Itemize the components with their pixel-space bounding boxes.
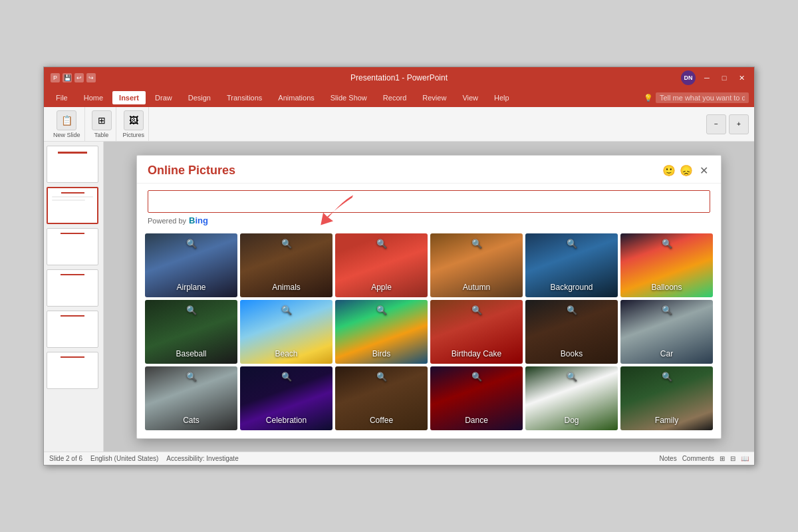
tile-books[interactable]: 🔍 Books <box>525 300 618 364</box>
title-bar-right: DN ─ □ ✕ <box>681 70 747 85</box>
search-icon-dog: 🔍 <box>567 372 577 382</box>
ribbon-search-input[interactable] <box>656 92 749 103</box>
undo-icon[interactable]: ↩ <box>74 73 84 82</box>
slide-thumb-3[interactable] <box>47 228 98 265</box>
tile-label-dog: Dog <box>525 416 618 425</box>
view-slide-sorter-button[interactable]: ⊟ <box>730 455 735 462</box>
pictures-button[interactable]: 🖼 <box>124 110 144 130</box>
search-icon-celebration: 🔍 <box>281 372 292 382</box>
slide-panel: 1 2 <box>44 142 104 452</box>
new-slide-button[interactable]: 📋 <box>57 110 76 130</box>
ribbon-tab-slideshow[interactable]: Slide Show <box>324 91 374 104</box>
slide-thumb-inner-2 <box>49 190 96 221</box>
slide-thumb-1[interactable] <box>47 146 98 183</box>
search-icon-autumn: 🔍 <box>471 239 482 249</box>
ribbon-tab-insert[interactable]: Insert <box>112 91 146 104</box>
save-icon[interactable]: 💾 <box>63 73 72 82</box>
smile-icon[interactable]: 🙂 <box>662 164 676 177</box>
tile-birthday-cake[interactable]: 🔍 Birthday Cake <box>430 300 523 364</box>
status-bar: Slide 2 of 6 English (United States) Acc… <box>44 452 754 465</box>
slide-thumb-inner-5 <box>49 313 96 346</box>
search-icon-airplane: 🔍 <box>186 239 197 249</box>
tile-label-cats: Cats <box>145 416 237 425</box>
tile-background[interactable]: 🔍 Background <box>525 233 618 297</box>
dialog-header: Online Pictures 🙂 😞 ✕ <box>137 156 721 184</box>
tile-animals[interactable]: 🔍 Animals <box>240 233 332 297</box>
search-icon-apple: 🔍 <box>376 239 387 249</box>
slide-thumb-container-2: 2 <box>47 187 100 224</box>
zoom-in-button[interactable]: + <box>729 114 749 134</box>
toolbar: 📋 New Slide ⊞ Table 🖼 Pictures − + <box>44 107 754 142</box>
dialog-close-button[interactable]: ✕ <box>697 164 710 178</box>
zoom-out-button[interactable]: − <box>706 114 726 134</box>
tile-car[interactable]: 🔍 Car <box>620 300 713 364</box>
slide-thumb-container-4: 4 <box>47 269 100 307</box>
view-normal-button[interactable]: ⊞ <box>720 455 725 462</box>
ribbon-tab-view[interactable]: View <box>456 91 485 104</box>
tile-apple[interactable]: 🔍 Apple <box>335 233 428 297</box>
title-bar-left: P 💾 ↩ ↪ <box>51 73 96 82</box>
search-icon-family: 🔍 <box>662 372 672 382</box>
tile-coffee[interactable]: 🔍 Coffee <box>335 366 428 430</box>
notes-button[interactable]: Notes <box>660 455 677 462</box>
slide-thumb-4[interactable] <box>47 269 98 307</box>
main-area: 1 2 <box>44 142 754 452</box>
tile-birds[interactable]: 🔍 Birds <box>335 300 428 364</box>
tile-cats[interactable]: 🔍 Cats <box>145 366 237 430</box>
user-avatar[interactable]: DN <box>681 70 696 85</box>
online-pictures-search-input[interactable] <box>148 190 710 213</box>
ribbon-tab-review[interactable]: Review <box>416 91 453 104</box>
ppt-icon: P <box>51 73 60 82</box>
ribbon-tab-record[interactable]: Record <box>376 91 413 104</box>
tile-dog[interactable]: 🔍 Dog <box>525 366 618 430</box>
slide-thumb-2[interactable] <box>47 187 98 224</box>
tile-beach[interactable]: 🔍 Beach <box>240 300 332 364</box>
slide-thumb-6[interactable] <box>47 352 98 389</box>
slide-thumb-inner-6 <box>49 354 96 387</box>
bing-logo: Bing <box>189 215 208 225</box>
frown-icon[interactable]: 😞 <box>680 164 693 177</box>
content-area: Online Pictures 🙂 😞 ✕ Powered by <box>104 142 754 452</box>
close-button[interactable]: ✕ <box>735 72 747 84</box>
language-info: English (United States) <box>90 455 158 462</box>
title-bar: P 💾 ↩ ↪ Presentation1 - PowerPoint DN ─ … <box>44 67 754 88</box>
minimize-button[interactable]: ─ <box>701 72 713 84</box>
dialog-header-icons: 🙂 😞 ✕ <box>662 164 710 178</box>
ribbon-tab-animations[interactable]: Animations <box>271 91 321 104</box>
search-icon-books: 🔍 <box>567 305 577 315</box>
tile-label-beach: Beach <box>240 349 332 358</box>
ribbon-tab-transitions[interactable]: Transitions <box>220 91 269 104</box>
search-icon-car: 🔍 <box>662 305 672 315</box>
ribbon-tab-home[interactable]: Home <box>77 91 110 104</box>
slide-thumb-inner-4 <box>49 271 96 305</box>
tile-label-books: Books <box>525 349 618 358</box>
dialog-overlay: Online Pictures 🙂 😞 ✕ Powered by <box>104 142 754 452</box>
tile-label-car: Car <box>620 349 713 358</box>
image-grid: 🔍 Airplane 🔍 Animals 🔍 Apple <box>145 233 713 430</box>
view-reading-button[interactable]: 📖 <box>741 455 749 462</box>
search-icon-cats: 🔍 <box>186 372 197 382</box>
ribbon-tab-draw[interactable]: Draw <box>148 91 179 104</box>
tile-autumn[interactable]: 🔍 Autumn <box>430 233 523 297</box>
ribbon-tab-file[interactable]: File <box>49 91 74 104</box>
accessibility-info: Accessibility: Investigate <box>166 455 238 462</box>
table-label: Table <box>94 132 109 138</box>
slide-thumb-5[interactable] <box>47 311 98 348</box>
table-button[interactable]: ⊞ <box>92 110 112 130</box>
ribbon-tab-help[interactable]: Help <box>487 91 516 104</box>
slide-thumb-container-6: 6 <box>47 352 100 389</box>
search-icon-birds: 🔍 <box>376 305 387 315</box>
tile-balloons[interactable]: 🔍 Balloons <box>620 233 713 297</box>
toolbar-group-slides: 📋 New Slide <box>49 107 85 141</box>
maximize-button[interactable]: □ <box>718 72 730 84</box>
redo-icon[interactable]: ↪ <box>86 73 96 82</box>
ribbon-tab-design[interactable]: Design <box>182 91 217 104</box>
powered-by-text: Powered by <box>148 217 186 225</box>
new-slide-label: New Slide <box>53 132 80 138</box>
comments-button[interactable]: Comments <box>682 455 714 462</box>
tile-baseball[interactable]: 🔍 Baseball <box>145 300 237 364</box>
tile-dance[interactable]: 🔍 Dance <box>430 366 523 430</box>
tile-airplane[interactable]: 🔍 Airplane <box>145 233 237 297</box>
tile-family[interactable]: 🔍 Family <box>620 366 713 430</box>
tile-celebration[interactable]: 🔍 Celebration <box>240 366 332 430</box>
